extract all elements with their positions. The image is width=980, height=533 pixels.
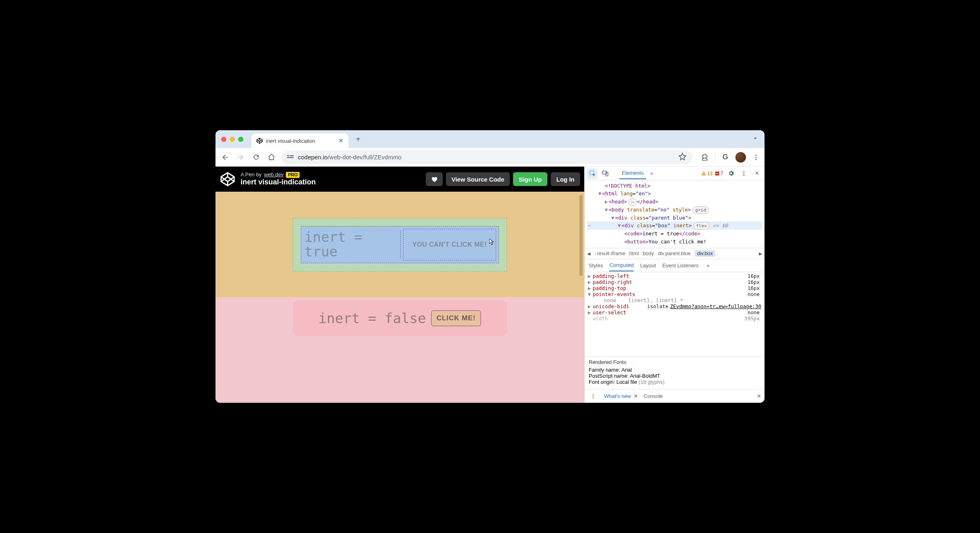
site-info-icon[interactable] <box>287 154 294 161</box>
event-listeners-tab[interactable]: Event Listeners <box>662 260 699 271</box>
back-button[interactable] <box>220 152 231 163</box>
svg-rect-2 <box>287 157 294 158</box>
whats-new-tab[interactable]: What's new✕ <box>604 393 638 399</box>
crumbs-left-icon[interactable]: ◀ <box>587 251 590 256</box>
prop-pointer-events[interactable]: ▼pointer-eventsnone <box>588 291 761 297</box>
svg-point-11 <box>743 171 745 172</box>
codepen-header: A Pen by web.dev PRO inert visual-indica… <box>215 167 584 192</box>
source-link[interactable]: ZEvdmmo?anon=tr…ew=fullpage:30 <box>670 303 761 309</box>
inspect-element-icon[interactable] <box>587 168 598 179</box>
log-in-button[interactable]: Log In <box>551 172 580 186</box>
address-bar[interactable]: codepen.io/web-dot-dev/full/ZEvdmmo <box>281 150 692 164</box>
window-minimize-button[interactable] <box>230 137 235 142</box>
device-toolbar-icon[interactable] <box>600 168 610 179</box>
crumb-box[interactable]: div.box <box>695 250 715 257</box>
svg-rect-0 <box>287 155 289 156</box>
toolbar-actions: G <box>700 152 760 163</box>
devtools-tabbar: Elements » 13 7 ✕ <box>585 167 765 180</box>
prop-padding-top[interactable]: ▶padding-top16px <box>588 285 761 291</box>
tab-strip: inert visual-indication ✕ + <box>215 130 765 148</box>
tab-close-icon[interactable]: ✕ <box>338 137 344 144</box>
errors-badge[interactable]: 7 <box>715 171 723 176</box>
warnings-badge[interactable]: 13 <box>701 171 712 176</box>
tab-title: inert visual-indication <box>266 138 315 144</box>
dom-code[interactable]: <code>inert = true</code> <box>587 230 762 237</box>
styles-subtabs: Styles Computed Layout Event Listeners » <box>585 259 765 272</box>
svg-point-16 <box>593 397 593 398</box>
styles-tab[interactable]: Styles <box>589 260 603 271</box>
drawer-close-icon[interactable]: ✕ <box>757 393 761 399</box>
pro-badge: PRO <box>286 172 300 178</box>
forward-button[interactable] <box>235 152 246 163</box>
prop-width[interactable]: width395px <box>588 315 761 321</box>
profile-avatar[interactable] <box>735 152 746 163</box>
codepen-logo-icon[interactable] <box>219 170 237 188</box>
font-origin-row: Font origin: Local file (18 glyphs) <box>589 379 760 385</box>
url-text: codepen.io/web-dot-dev/full/ZEvdmmo <box>298 154 401 161</box>
google-icon[interactable]: G <box>721 153 730 162</box>
window-zoom-button[interactable] <box>238 137 243 142</box>
whats-new-close-icon[interactable]: ✕ <box>634 393 638 399</box>
traffic-lights <box>221 137 243 142</box>
chrome-menu-icon[interactable] <box>752 153 760 162</box>
prop-unicode-bidi[interactable]: ▶unicode-bidiisolate <box>588 303 670 309</box>
dom-head[interactable]: ▶<head>⋯</head> <box>587 198 762 206</box>
codepen-byline: A Pen by web.dev PRO <box>241 172 316 178</box>
computed-tab[interactable]: Computed <box>609 260 634 271</box>
rendered-fonts-heading: Rendered Fonts <box>589 359 760 365</box>
extensions-icon[interactable] <box>700 153 709 162</box>
window-dropdown-icon[interactable] <box>752 135 759 144</box>
crumb-html[interactable]: html <box>629 251 639 256</box>
crumbs-right-icon[interactable]: ▶ <box>759 251 762 256</box>
window-close-button[interactable] <box>221 137 226 142</box>
layout-tab[interactable]: Layout <box>640 260 656 271</box>
inspect-content-overlay: inert = true YOU CAN'T CLICK ME! <box>301 226 499 263</box>
dom-div-parent[interactable]: ▼<div class="parent blue"> <box>587 214 762 222</box>
rendered-fonts-section: Rendered Fonts Family name: Arial PostSc… <box>585 356 765 389</box>
crumb-body[interactable]: body <box>643 251 654 256</box>
dom-tree[interactable]: <!DOCTYPE html> ▼<html lang="en"> ▶<head… <box>585 180 765 248</box>
svg-rect-1 <box>290 155 294 156</box>
byline-author-link[interactable]: web.dev <box>264 172 283 178</box>
elements-tab[interactable]: Elements <box>619 167 646 179</box>
codepen-result-frame: inert = true YOU CAN'T CLICK ME! inert =… <box>215 192 584 403</box>
prop-user-select[interactable]: ▶user-selectnone <box>588 309 761 315</box>
tabs-overflow-icon[interactable]: » <box>648 170 655 176</box>
pen-title: inert visual-indication <box>241 178 316 186</box>
dom-html[interactable]: ▼<html lang="en"> <box>587 190 762 197</box>
dom-div-box-selected[interactable]: ⋯▼<div class="box" inert>flex == $0 <box>587 222 762 230</box>
prop-padding-right[interactable]: ▶padding-right16px <box>588 279 761 285</box>
computed-properties[interactable]: ▶padding-left16px ▶padding-right16px ▶pa… <box>585 272 765 356</box>
prop-padding-left[interactable]: ▶padding-left16px <box>588 273 761 279</box>
crumb-iframe[interactable]: :.result-iframe <box>594 251 625 256</box>
devtools-close-icon[interactable]: ✕ <box>752 168 762 179</box>
dom-body[interactable]: ▼<body translate="no" style>grid <box>587 206 762 214</box>
love-button[interactable] <box>426 172 443 186</box>
inert-true-code: inert = true <box>301 230 401 259</box>
drawer-menu-icon[interactable] <box>588 391 598 402</box>
devtools-menu-icon[interactable] <box>739 168 749 179</box>
console-tab[interactable]: Console <box>644 393 663 399</box>
sign-up-button[interactable]: Sign Up <box>513 172 547 186</box>
prop-pointer-events-source[interactable]: none [inert], [inert] * ZEvdmmo?anon=tr…… <box>588 297 761 303</box>
click-me-button[interactable]: CLICK ME! <box>431 310 482 326</box>
mouse-cursor-icon <box>489 238 494 246</box>
crumb-parent[interactable]: div.parent.blue <box>658 251 691 256</box>
inert-false-code: inert = false <box>319 310 426 326</box>
box-false: inert = false CLICK ME! <box>293 300 507 336</box>
new-tab-button[interactable]: + <box>353 135 364 144</box>
devtools-drawer: What's new✕ Console ✕ <box>585 389 765 403</box>
svg-point-5 <box>756 159 757 160</box>
view-source-button[interactable]: View Source Code <box>446 172 510 186</box>
home-button[interactable] <box>266 152 277 163</box>
browser-tab[interactable]: inert visual-indication ✕ <box>251 133 348 148</box>
page-scrollbar[interactable] <box>579 195 583 276</box>
codepen-title-block: A Pen by web.dev PRO inert visual-indica… <box>241 172 316 186</box>
reload-button[interactable] <box>250 152 262 163</box>
dom-button[interactable]: <button>You can't click me! <box>587 238 762 245</box>
subtabs-overflow-icon[interactable]: » <box>705 262 711 269</box>
devtools-settings-icon[interactable] <box>726 168 736 179</box>
browser-toolbar: codepen.io/web-dot-dev/full/ZEvdmmo G <box>215 148 765 167</box>
bookmark-star-icon[interactable] <box>678 152 686 162</box>
font-postscript-row: PostScript name: Arial-BoldMT <box>589 373 760 379</box>
